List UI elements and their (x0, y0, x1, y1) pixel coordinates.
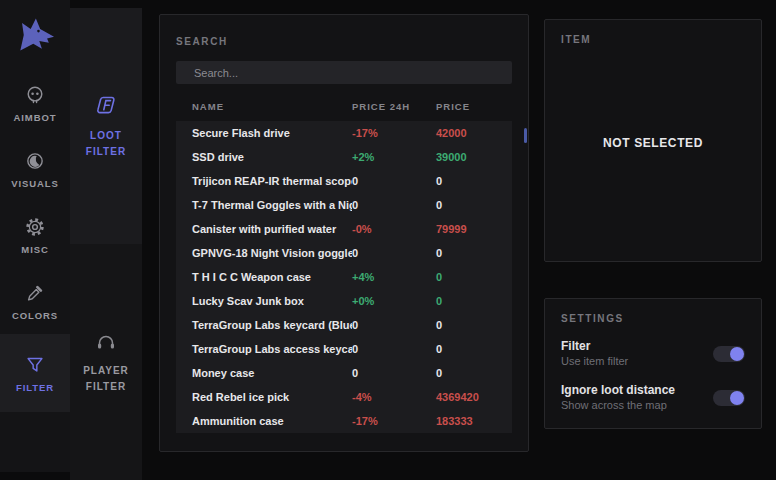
settings-panel: SETTINGS Filter Use item filter Ignore l… (544, 298, 762, 429)
setting-text: Ignore loot distance Show across the map (561, 383, 675, 412)
item-price-24h: 0 (352, 247, 436, 259)
table-row[interactable]: T-7 Thermal Goggles with a Night 0 0 (176, 193, 512, 217)
item-price-24h: -17% (352, 415, 436, 427)
toggle-knob (730, 391, 744, 405)
table-row[interactable]: Secure Flash drive -17% 42000 (176, 121, 512, 145)
item-price: 0 (436, 343, 512, 355)
item-name: SSD drive (176, 151, 352, 163)
table-row[interactable]: Canister with purified water -0% 79999 (176, 217, 512, 241)
table-row[interactable]: Red Rebel ice pick -4% 4369420 (176, 385, 512, 409)
setting-title: Ignore loot distance (561, 383, 675, 398)
sidebar-item-misc[interactable]: MISC (0, 202, 70, 268)
item-price-24h: -0% (352, 223, 436, 235)
sidebar-item-label: COLORS (12, 310, 58, 321)
item-price: 0 (436, 367, 512, 379)
sidebar-item-label: AIMBOT (14, 112, 57, 123)
item-name: Secure Flash drive (176, 127, 352, 139)
item-price-24h: 0 (352, 319, 436, 331)
eyedropper-icon (24, 282, 46, 304)
item-table: Secure Flash drive -17% 42000 SSD drive … (176, 121, 512, 433)
item-panel-header: ITEM (561, 34, 745, 45)
subnav-item-label: LOOT FILTER (86, 128, 126, 159)
filter-toggle[interactable] (713, 346, 745, 362)
logo (0, 0, 70, 70)
sidebar-item-label: VISUALS (11, 178, 58, 189)
item-price: 0 (436, 295, 512, 307)
subnav-label-line1: PLAYER (83, 365, 129, 376)
subnav-label-line1: LOOT (90, 130, 122, 141)
item-price-24h: 0 (352, 367, 436, 379)
table-row[interactable]: TerraGroup Labs keycard (Blue) 0 0 (176, 313, 512, 337)
setting-text: Filter Use item filter (561, 339, 628, 368)
sidebar-item-colors[interactable]: COLORS (0, 268, 70, 334)
setting-subtitle: Show across the map (561, 398, 675, 412)
wolf-logo-icon (12, 16, 58, 54)
sidebar-item-filter[interactable]: FILTER (0, 334, 70, 412)
item-price-24h: -17% (352, 127, 436, 139)
column-header-name: NAME (176, 101, 352, 112)
item-price: 183333 (436, 415, 512, 427)
sidebar: AIMBOT VISUALS MISC (0, 0, 70, 472)
item-name: Red Rebel ice pick (176, 391, 352, 403)
sidebar-item-aimbot[interactable]: AIMBOT (0, 70, 70, 136)
ignore-loot-distance-toggle[interactable] (713, 390, 745, 406)
sidebar-item-label: FILTER (16, 382, 54, 393)
table-header: NAME PRICE 24H PRICE (176, 101, 512, 112)
sub-sidebar: LOOT FILTER PLAYER FILTER (70, 8, 142, 480)
subnav-label-line2: FILTER (86, 381, 126, 392)
item-name: Lucky Scav Junk box (176, 295, 352, 307)
item-price: 79999 (436, 223, 512, 235)
item-price: 42000 (436, 127, 512, 139)
item-price: 0 (436, 271, 512, 283)
table-row[interactable]: Money case 0 0 (176, 361, 512, 385)
item-price: 0 (436, 175, 512, 187)
sidebar-item-label: MISC (21, 244, 48, 255)
settings-panel-header: SETTINGS (561, 313, 745, 324)
setting-filter: Filter Use item filter (561, 339, 745, 368)
setting-ignore-loot-distance: Ignore loot distance Show across the map (561, 383, 745, 412)
item-name: Canister with purified water (176, 223, 352, 235)
column-header-price-24h: PRICE 24H (352, 101, 436, 112)
gear-icon (24, 216, 46, 238)
item-price: 0 (436, 199, 512, 211)
item-panel: ITEM NOT SELECTED (544, 19, 762, 262)
subnav-item-loot-filter[interactable]: LOOT FILTER (70, 8, 142, 244)
loot-badge-icon (93, 93, 119, 119)
table-row[interactable]: Lucky Scav Junk box +0% 0 (176, 289, 512, 313)
item-price: 0 (436, 319, 512, 331)
table-row[interactable]: Trijicon REAP-IR thermal scope 0 0 (176, 169, 512, 193)
item-name: T-7 Thermal Goggles with a Night (176, 199, 352, 211)
item-price: 4369420 (436, 391, 512, 403)
item-price-24h: 0 (352, 175, 436, 187)
item-price-24h: +4% (352, 271, 436, 283)
item-name: GPNVG-18 Night Vision goggles (176, 247, 352, 259)
table-row[interactable]: GPNVG-18 Night Vision goggles 0 0 (176, 241, 512, 265)
table-row[interactable]: T H I C C Weapon case +4% 0 (176, 265, 512, 289)
toggle-knob (730, 347, 744, 361)
table-scrollbar-thumb[interactable] (524, 128, 527, 143)
table-row[interactable]: TerraGroup Labs access keycard 0 0 (176, 337, 512, 361)
table-row[interactable]: SSD drive +2% 39000 (176, 145, 512, 169)
item-empty-state: NOT SELECTED (545, 136, 761, 150)
item-name: Ammunition case (176, 415, 352, 427)
item-price-24h: +0% (352, 295, 436, 307)
search-input[interactable] (176, 61, 512, 84)
sidebar-item-visuals[interactable]: VISUALS (0, 136, 70, 202)
skull-icon (24, 84, 46, 106)
setting-title: Filter (561, 339, 628, 354)
item-name: TerraGroup Labs keycard (Blue) (176, 319, 352, 331)
subnav-item-label: PLAYER FILTER (83, 363, 129, 394)
table-row[interactable]: Ammunition case -17% 183333 (176, 409, 512, 433)
search-panel: SEARCH NAME PRICE 24H PRICE Secure Flash… (159, 14, 529, 452)
item-price-24h: +2% (352, 151, 436, 163)
subnav-item-player-filter[interactable]: PLAYER FILTER (70, 244, 142, 480)
item-name: Trijicon REAP-IR thermal scope (176, 175, 352, 187)
item-price-24h: 0 (352, 199, 436, 211)
column-header-price: PRICE (436, 101, 512, 112)
item-price: 0 (436, 247, 512, 259)
headphones-icon (94, 330, 118, 354)
funnel-icon (24, 354, 46, 376)
item-price-24h: -4% (352, 391, 436, 403)
item-name: TerraGroup Labs access keycard (176, 343, 352, 355)
item-price-24h: 0 (352, 343, 436, 355)
